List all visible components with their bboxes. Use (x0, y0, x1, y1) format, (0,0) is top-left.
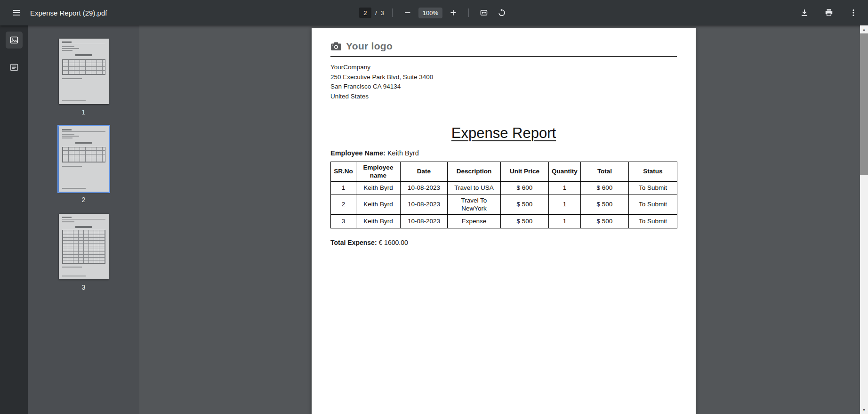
table-cell: 10-08-2023 (401, 182, 448, 195)
print-button[interactable] (822, 6, 836, 20)
table-row: 2 Keith Byrd 10-08-2023 Travel To NewYor… (331, 195, 677, 215)
thumb-decoration (62, 166, 82, 167)
column-header: Total (581, 162, 629, 182)
thumb-decoration (75, 226, 92, 228)
toolbar-divider (468, 8, 469, 17)
scrollbar-thumb[interactable] (860, 33, 868, 175)
zoom-in-icon (449, 8, 458, 17)
thumb-decoration (62, 78, 82, 79)
table-cell: Keith Byrd (356, 215, 401, 228)
thumb-decoration (62, 129, 72, 130)
table-cell: $ 500 (581, 195, 629, 215)
employee-name-line: Employee Name: Keith Byrd (330, 149, 677, 157)
table-cell: 10-08-2023 (401, 195, 448, 215)
thumbnails-icon (9, 35, 19, 45)
download-button[interactable] (797, 6, 812, 20)
thumb-decoration (62, 136, 79, 137)
page-separator: / (375, 9, 377, 16)
scroll-down-icon: ▼ (862, 408, 866, 412)
pdf-viewport: Your logo YourCompany 250 Executive Park… (139, 25, 868, 414)
menu-icon (12, 8, 21, 17)
thumb-decoration (62, 219, 105, 219)
scroll-down-button[interactable]: ▼ (860, 406, 868, 414)
address-line: San Francisco CA 94134 (330, 82, 677, 92)
employee-name-value: Keith Byrd (387, 149, 419, 157)
table-cell: 10-08-2023 (401, 215, 448, 228)
column-header: Unit Price (501, 162, 549, 182)
table-row: 3 Keith Byrd 10-08-2023 Expense $ 500 1 … (331, 215, 677, 228)
employee-name-label: Employee Name: (330, 149, 386, 157)
total-expense-value: € 1600.00 (378, 239, 408, 246)
table-cell: 1 (549, 182, 581, 195)
table-cell: Keith Byrd (356, 195, 401, 215)
thumb-decoration (62, 230, 105, 264)
print-icon (825, 8, 833, 17)
thumb-decoration (62, 147, 105, 162)
thumb-decoration (75, 142, 92, 144)
document-outline-button[interactable] (6, 59, 23, 76)
thumb-decoration (62, 48, 79, 49)
camera-icon (330, 42, 342, 51)
column-header: Employee name (356, 162, 401, 182)
thumb-decoration (62, 276, 86, 276)
zoom-in-button[interactable] (446, 6, 460, 20)
table-cell: $ 600 (501, 182, 549, 195)
page-thumbnail-1[interactable]: 1 (57, 37, 110, 116)
page-thumbnail-3[interactable]: 3 (57, 212, 110, 292)
zoom-level: 100% (418, 8, 442, 18)
thumb-decoration (62, 267, 82, 268)
more-options-icon (849, 8, 858, 17)
thumb-decoration (62, 50, 72, 51)
thumbnail-page-number: 1 (82, 108, 86, 116)
table-cell: Expense (448, 215, 501, 228)
thumb-decoration (62, 138, 72, 138)
thumb-decoration (75, 54, 92, 56)
fit-page-button[interactable] (477, 6, 491, 20)
zoom-out-button[interactable] (401, 6, 415, 20)
table-cell: 2 (331, 195, 356, 215)
sidebar-rail (0, 25, 28, 414)
column-header: Description (448, 162, 501, 182)
table-cell: Keith Byrd (356, 182, 401, 195)
download-icon (800, 8, 809, 17)
toolbar-left: Expense Report (29).pdf (0, 6, 107, 20)
page-total: 3 (381, 9, 384, 16)
table-cell: $ 500 (501, 195, 549, 215)
thumbnail-page-number: 3 (82, 284, 86, 292)
thumb-decoration (62, 59, 105, 75)
toolbar-center: / 3 100% (359, 6, 509, 20)
scroll-up-button[interactable]: ▲ (860, 25, 868, 33)
fit-page-icon (480, 8, 488, 17)
thumb-decoration (62, 100, 86, 101)
page-thumbnail-2[interactable]: 2 (57, 125, 110, 204)
thumbnail-page-number: 2 (82, 196, 86, 204)
thumbnail-frame (57, 212, 110, 281)
table-cell: Travel to USA (448, 182, 501, 195)
table-cell: 1 (549, 195, 581, 215)
rotate-button[interactable] (495, 6, 509, 20)
total-expense-line: Total Expense: € 1600.00 (330, 239, 677, 246)
table-cell: 1 (549, 215, 581, 228)
vertical-scrollbar[interactable]: ▲ ▼ (860, 25, 868, 414)
table-cell: To Submit (629, 182, 677, 195)
toolbar-right (797, 6, 860, 20)
rotate-icon (498, 8, 506, 17)
table-cell: $ 500 (581, 215, 629, 228)
menu-button[interactable] (9, 6, 24, 20)
thumb-decoration (62, 217, 72, 218)
more-options-button[interactable] (846, 6, 860, 20)
pdf-page: Your logo YourCompany 250 Executive Park… (312, 28, 696, 414)
column-header: Date (401, 162, 448, 182)
table-cell: $ 600 (581, 182, 629, 195)
column-header: Quantity (549, 162, 581, 182)
scroll-up-icon: ▲ (862, 28, 866, 31)
thumb-decoration (62, 134, 74, 135)
thumb-decoration (62, 41, 72, 43)
logo-text: Your logo (346, 41, 393, 52)
document-outline-icon (9, 63, 19, 72)
thumbnails-view-button[interactable] (6, 32, 23, 49)
address-line: YourCompany (330, 63, 677, 73)
thumbnail-preview (59, 214, 109, 279)
page-number-input[interactable] (359, 8, 371, 18)
thumb-decoration (62, 44, 105, 44)
